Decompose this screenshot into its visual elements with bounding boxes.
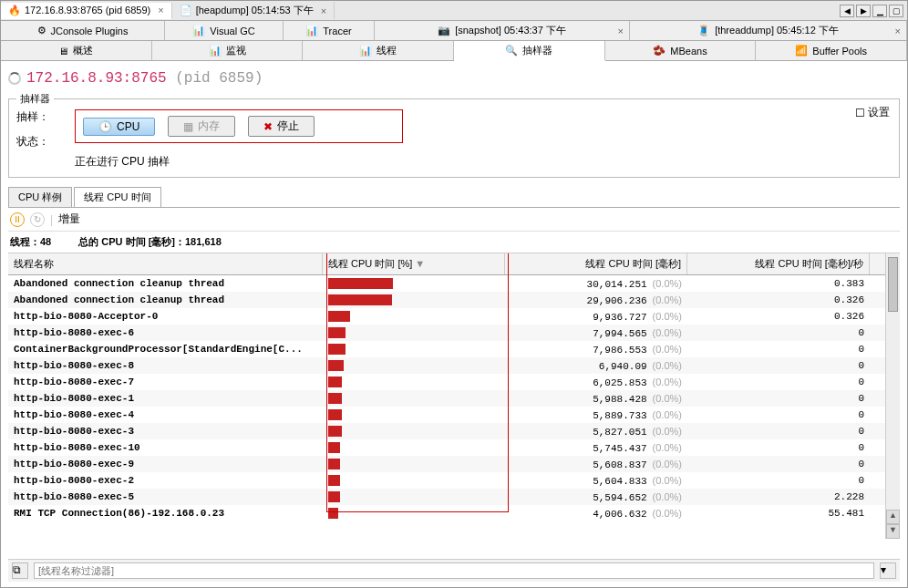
col-cpu-ms[interactable]: 线程 CPU 时间 [毫秒] xyxy=(505,253,687,274)
cell-cpu-bar xyxy=(323,358,505,373)
table-row[interactable]: http-bio-8080-exec-67,994.565(0.0%)0 xyxy=(8,325,900,341)
results-toolbar: ⏸ ↻ | 增量 xyxy=(8,208,900,232)
maximize-button[interactable]: ▢ xyxy=(889,5,903,17)
gear-icon: ⚙ xyxy=(37,25,46,36)
tab-label: 抽样器 xyxy=(522,44,552,57)
sampler-fieldset: 抽样器 ☐ 设置 抽样： 状态： 🕒CPU ▦内存 ✖停止 正在进行 CPU 抽… xyxy=(8,92,900,178)
table-row[interactable]: http-bio-8080-Acceptor-09,936.727(0.0%)0… xyxy=(8,308,900,325)
tab-label: Buffer Pools xyxy=(812,46,867,57)
nav-left-button[interactable]: ◀ xyxy=(840,5,854,17)
tab-label: 概述 xyxy=(73,44,93,57)
stop-button[interactable]: ✖停止 xyxy=(248,116,315,137)
tab-label: 监视 xyxy=(226,44,246,57)
settings-checkbox[interactable]: ☐ 设置 xyxy=(855,105,890,120)
scrollbar-thumb[interactable] xyxy=(888,257,898,312)
filter-input[interactable] xyxy=(34,562,874,579)
cell-cpu-bar xyxy=(323,440,505,455)
sampler-legend: 抽样器 xyxy=(16,92,54,106)
inner-tab-bar: CPU 样例 线程 CPU 时间 xyxy=(8,187,900,208)
top-tab-jmx-label: 172.16.8.93:8765 (pid 6859) xyxy=(25,5,150,15)
cell-cpu-ms: 30,014.251(0.0%) xyxy=(505,276,687,292)
cell-cpu-ms: 5,745.437(0.0%) xyxy=(505,440,687,456)
pause-button[interactable]: ⏸ xyxy=(10,212,25,227)
profiler-window: 🔥 172.16.8.93:8765 (pid 6859) × 📄 [heapd… xyxy=(0,0,908,588)
col-thread-name[interactable]: 线程名称 xyxy=(8,253,323,274)
tab-overview[interactable]: 🖥概述 xyxy=(1,41,152,60)
doc-icon: 📄 xyxy=(180,5,192,16)
top-tab-jmx[interactable]: 🔥 172.16.8.93:8765 (pid 6859) × xyxy=(1,3,172,19)
title-pid: (pid 6859) xyxy=(175,70,263,87)
table-row[interactable]: http-bio-8080-exec-76,025.853(0.0%)0 xyxy=(8,374,900,390)
cell-cpu-bar xyxy=(323,309,505,324)
checkbox-icon: ☐ xyxy=(855,107,865,119)
tab-cpu-samples[interactable]: CPU 样例 xyxy=(8,187,72,207)
cell-thread-name: http-bio-8080-exec-10 xyxy=(8,440,323,455)
tab-buffer-pools[interactable]: 📶Buffer Pools xyxy=(756,41,907,60)
snapshot-icon: 📷 xyxy=(438,25,450,36)
cell-thread-name: RMI TCP Connection(86)-192.168.0.23 xyxy=(8,506,323,521)
tab-monitor[interactable]: 📊监视 xyxy=(152,41,304,60)
table-row[interactable]: http-bio-8080-exec-105,745.437(0.0%)0 xyxy=(8,439,900,456)
filter-dropdown-button[interactable]: ▾ xyxy=(880,562,896,579)
refresh-button[interactable]: ↻ xyxy=(30,212,45,227)
table-row[interactable]: http-bio-8080-exec-25,604.833(0.0%)0 xyxy=(8,472,900,489)
tab-label: 线程 xyxy=(377,44,397,57)
table-body[interactable]: Abandoned connection cleanup thread30,01… xyxy=(8,275,900,549)
close-icon[interactable]: × xyxy=(158,5,163,15)
cell-cpu-rate: 0.326 xyxy=(687,309,870,324)
close-icon[interactable]: × xyxy=(895,26,901,36)
minimize-button[interactable]: ▁ xyxy=(872,5,887,17)
cell-cpu-ms: 7,986.553(0.0%) xyxy=(505,342,687,357)
cell-thread-name: http-bio-8080-exec-1 xyxy=(8,391,323,406)
chart-icon: 📊 xyxy=(305,25,318,36)
tab-sampler[interactable]: 🔍抽样器 xyxy=(454,41,605,61)
cell-thread-name: ContainerBackgroundProcessor[StandardEng… xyxy=(8,342,323,356)
table-row[interactable]: http-bio-8080-exec-95,608.837(0.0%)0 xyxy=(8,456,900,472)
tab-threaddump[interactable]: 🧵[threaddump] 05:45:12 下午× xyxy=(630,21,907,40)
table-row[interactable]: http-bio-8080-exec-15,988.428(0.0%)0 xyxy=(8,390,900,407)
table-row[interactable]: http-bio-8080-exec-86,940.09(0.0%)0 xyxy=(8,357,900,374)
table-header: 线程名称 线程 CPU 时间 [%]▼ 线程 CPU 时间 [毫秒] 线程 CP… xyxy=(8,253,900,275)
filter-bar: ⧉ ▾ xyxy=(8,559,900,582)
vertical-scrollbar[interactable]: ▲ ▼ xyxy=(885,253,900,539)
table-row[interactable]: ContainerBackgroundProcessor[StandardEng… xyxy=(8,341,900,357)
nav-right-button[interactable]: ▶ xyxy=(856,5,871,17)
table-row[interactable]: Abandoned connection cleanup thread29,90… xyxy=(8,292,900,308)
cell-cpu-bar xyxy=(323,375,505,389)
tab-jconsole-plugins[interactable]: ⚙JConsole Plugins xyxy=(1,21,165,40)
table-row[interactable]: Abandoned connection cleanup thread30,01… xyxy=(8,275,900,292)
top-tab-heap-label: [heapdump] 05:14:53 下午 xyxy=(196,4,314,17)
content-area: 172.16.8.93:8765 (pid 6859) 抽样器 ☐ 设置 抽样：… xyxy=(1,61,907,587)
close-icon[interactable]: × xyxy=(618,26,624,36)
tab-thread-cpu-time[interactable]: 线程 CPU 时间 xyxy=(74,187,160,207)
cpu-button[interactable]: 🕒CPU xyxy=(83,118,155,136)
cell-cpu-rate: 0 xyxy=(687,358,870,373)
close-icon[interactable]: × xyxy=(321,5,326,16)
col-cpu-percent[interactable]: 线程 CPU 时间 [%]▼ xyxy=(323,253,505,274)
chart-icon: 📊 xyxy=(192,25,205,36)
tab-threads[interactable]: 📊线程 xyxy=(303,41,454,60)
scroll-up-arrow[interactable]: ▲ xyxy=(886,510,900,524)
filter-type-button[interactable]: ⧉ xyxy=(12,562,28,579)
window-controls: ◀ ▶ ▁ ▢ xyxy=(840,5,907,17)
chart-icon: 📶 xyxy=(795,45,808,57)
tab-mbeans[interactable]: 🫘MBeans xyxy=(605,41,757,60)
cell-cpu-ms: 29,906.236(0.0%) xyxy=(505,293,687,308)
scroll-down-arrow[interactable]: ▼ xyxy=(886,524,900,539)
table-row[interactable]: http-bio-8080-exec-35,827.051(0.0%)0 xyxy=(8,423,900,439)
memory-button[interactable]: ▦内存 xyxy=(168,116,235,137)
table-row[interactable]: RMI TCP Connection(86)-192.168.0.234,006… xyxy=(8,505,900,521)
page-title: 172.16.8.93:8765 (pid 6859) xyxy=(26,70,263,87)
memory-button-label: 内存 xyxy=(198,119,220,134)
tab-tracer[interactable]: 📊Tracer xyxy=(284,21,375,40)
top-tab-heapdump[interactable]: 📄 [heapdump] 05:14:53 下午 × xyxy=(172,2,335,19)
col-cpu-rate[interactable]: 线程 CPU 时间 [毫秒]/秒 xyxy=(687,253,870,274)
table-row[interactable]: http-bio-8080-exec-55,594.652(0.0%)2.228 xyxy=(8,489,900,505)
tab-visual-gc[interactable]: 📊Visual GC xyxy=(165,21,284,40)
cell-cpu-bar xyxy=(323,342,505,356)
total-val: 181,618 xyxy=(185,236,222,247)
cell-thread-name: http-bio-8080-exec-4 xyxy=(8,407,323,422)
table-row[interactable]: http-bio-8080-exec-45,889.733(0.0%)0 xyxy=(8,407,900,423)
sample-label: 抽样： xyxy=(16,109,49,125)
tab-snapshot[interactable]: 📷[snapshot] 05:43:37 下午× xyxy=(375,21,630,40)
